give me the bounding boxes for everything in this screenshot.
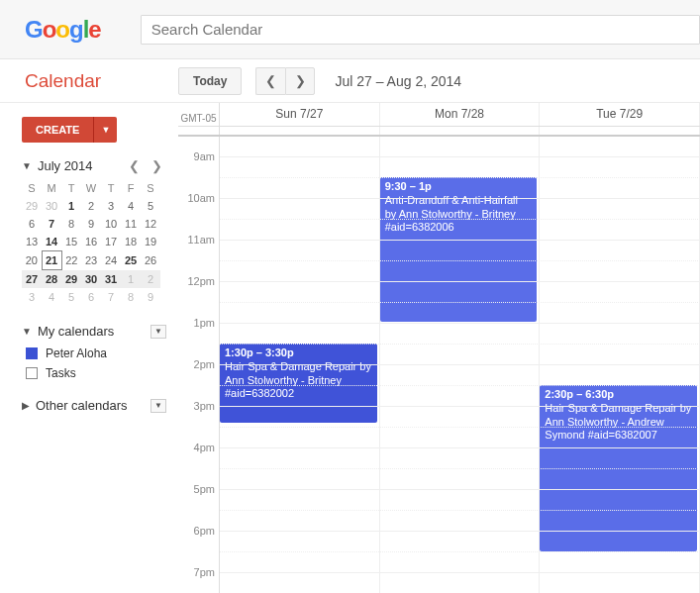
timezone-label: GMT-05 [178,103,220,126]
search-input[interactable]: Search Calendar [141,15,700,45]
date-range-label: Jul 27 – Aug 2, 2014 [335,73,461,89]
calendar-item-peter[interactable]: Peter Aloha [26,346,166,360]
my-calendars-collapse-icon[interactable]: ▼ [22,326,32,337]
prev-week-button[interactable]: ❮ [255,67,285,95]
day-header-mon[interactable]: Mon 7/28 [380,103,541,126]
calendar-item-label: Tasks [46,366,76,380]
next-week-button[interactable]: ❯ [285,67,315,95]
time-gutter: 9am 10am 11am 12pm 1pm 2pm 3pm 4pm 5pm 6… [178,137,220,593]
chevron-right-icon: ❯ [295,73,306,88]
other-calendars-label: Other calendars [36,398,128,413]
create-dropdown-button[interactable]: ▼ [93,117,117,143]
app-title: Calendar [25,70,178,92]
mini-cal-month-label: July 2014 [38,158,125,173]
today-button[interactable]: Today [178,67,242,95]
day-header-sun[interactable]: Sun 7/27 [220,103,380,126]
event-block[interactable]: 1:30p – 3:30p Hair Spa & Damage Repair b… [220,344,377,423]
create-button[interactable]: CREATE [22,117,93,143]
event-time: 9:30 – 1p [385,180,533,194]
calendar-color-box [26,347,38,359]
event-time: 2:30p – 6:30p [545,388,692,402]
google-logo[interactable]: Google [25,16,101,44]
chevron-left-icon: ❮ [265,73,276,88]
calendar-grid[interactable]: 1:30p – 3:30p Hair Spa & Damage Repair b… [220,137,700,593]
mini-cal-next-button[interactable]: ❯ [148,158,166,173]
calendar-color-box [26,367,38,379]
event-title: Hair Spa & Damage Repair by Ann Stolwort… [225,360,372,401]
event-title: Anti-Dranduff & Anti-Hairfall by Ann Sto… [385,194,533,235]
day-header-tue[interactable]: Tue 7/29 [540,103,700,126]
caret-down-icon: ▼ [101,125,110,135]
mini-cal-prev-button[interactable]: ❮ [125,158,144,173]
my-calendars-label: My calendars [38,324,114,339]
mini-calendar[interactable]: SMTWTFS 293012345 6789101112 13141516171… [22,179,161,306]
event-time: 1:30p – 3:30p [225,346,372,360]
calendar-item-tasks[interactable]: Tasks [26,366,166,380]
other-calendars-menu-button[interactable]: ▼ [150,399,166,413]
mini-cal-collapse-icon[interactable]: ▼ [22,160,32,171]
event-title: Hair Spa & Damage Repair by Ann Stolwort… [545,402,692,443]
my-calendars-menu-button[interactable]: ▼ [150,325,166,339]
other-calendars-collapse-icon[interactable]: ▶ [22,400,30,411]
calendar-item-label: Peter Aloha [46,346,107,360]
search-placeholder: Search Calendar [151,21,263,38]
